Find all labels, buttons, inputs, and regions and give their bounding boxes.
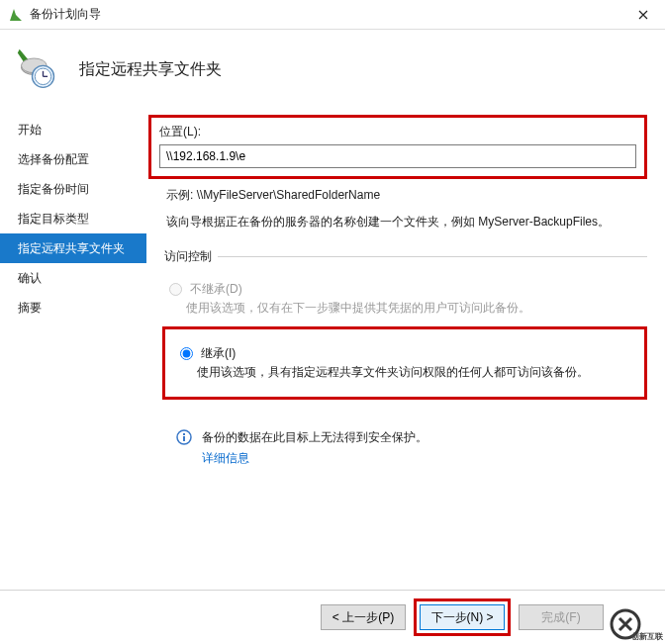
wizard-content: 位置(L): 示例: \\MyFileServer\SharedFolderNa…: [148, 115, 665, 585]
radio-inherit-row[interactable]: 继承(I): [175, 345, 636, 362]
location-highlight: 位置(L):: [148, 115, 647, 179]
location-label: 位置(L):: [159, 124, 636, 140]
radio-no-inherit-row: 不继承(D): [164, 281, 647, 298]
location-example: 示例: \\MyFileServer\SharedFolderName: [166, 187, 647, 204]
app-icon: [8, 7, 24, 23]
radio-inherit-label: 继承(I): [201, 345, 236, 362]
svg-rect-8: [183, 433, 185, 435]
info-text: 备份的数据在此目标上无法得到安全保护。: [202, 429, 428, 446]
folder-note: 该向导根据正在备份的服务器的名称创建一个文件夹，例如 MyServer-Back…: [166, 214, 647, 230]
next-highlight: 下一步(N) >: [414, 598, 511, 636]
details-link[interactable]: 详细信息: [202, 450, 647, 467]
window-title: 备份计划向导: [30, 6, 101, 23]
radio-inherit-desc: 使用该选项，具有指定远程共享文件夹访问权限的任何人都可访问该备份。: [197, 364, 636, 381]
info-icon: [176, 429, 192, 445]
step-summary[interactable]: 摘要: [18, 293, 148, 322]
step-start[interactable]: 开始: [18, 115, 148, 144]
watermark-text: 创新互联: [631, 631, 663, 642]
finish-button: 完成(F): [519, 604, 604, 630]
radio-no-inherit-label: 不继承(D): [190, 281, 242, 298]
title-bar: 备份计划向导: [0, 0, 665, 30]
access-control-group: 访问控制 不继承(D) 使用该选项，仅有在下一步骤中提供其凭据的用户可访问此备份…: [162, 248, 647, 400]
step-confirm[interactable]: 确认: [18, 263, 148, 293]
step-target-type[interactable]: 指定目标类型: [18, 204, 148, 233]
inherit-highlight: 继承(I) 使用该选项，具有指定远程共享文件夹访问权限的任何人都可访问该备份。: [162, 326, 647, 400]
radio-no-inherit-desc: 使用该选项，仅有在下一步骤中提供其凭据的用户可访问此备份。: [186, 300, 647, 317]
step-backup-time[interactable]: 指定备份时间: [18, 174, 148, 204]
wizard-header: 指定远程共享文件夹: [0, 30, 665, 115]
wizard-sidebar: 开始 选择备份配置 指定备份时间 指定目标类型 指定远程共享文件夹 确认 摘要: [0, 115, 148, 585]
back-button[interactable]: < 上一步(P): [321, 604, 406, 630]
wizard-footer: < 上一步(P) 下一步(N) > 完成(F): [0, 590, 665, 644]
svg-rect-7: [183, 436, 185, 441]
step-remote-share[interactable]: 指定远程共享文件夹: [0, 233, 146, 263]
step-select-config[interactable]: 选择备份配置: [18, 144, 148, 174]
access-control-legend: 访问控制: [162, 248, 218, 265]
page-title: 指定远程共享文件夹: [79, 59, 222, 80]
radio-no-inherit: [169, 283, 182, 296]
next-button[interactable]: 下一步(N) >: [420, 604, 505, 630]
location-input[interactable]: [159, 144, 636, 168]
info-row: 备份的数据在此目标上无法得到安全保护。: [176, 429, 647, 446]
wizard-header-icon: [16, 47, 59, 91]
close-button[interactable]: [621, 0, 665, 30]
radio-inherit[interactable]: [180, 347, 193, 360]
